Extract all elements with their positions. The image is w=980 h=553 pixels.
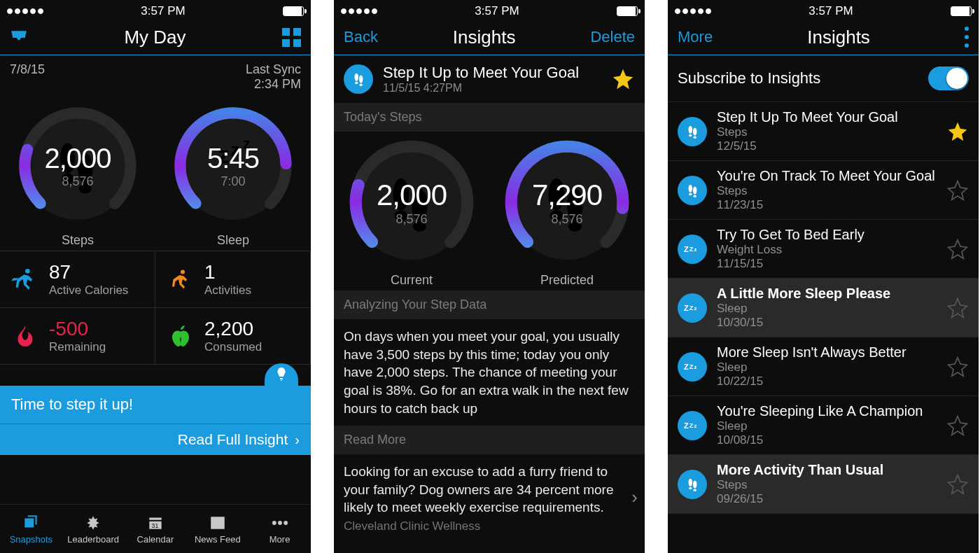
battery-icon — [617, 6, 638, 16]
remaining-value: -500 — [49, 318, 106, 340]
delete-button[interactable]: Delete — [590, 28, 635, 46]
sleep-badge-icon: ZZz — [678, 234, 707, 264]
svg-point-35 — [689, 184, 693, 192]
read-more-link[interactable]: Looking for an excuse to add a furry fri… — [334, 454, 645, 540]
last-sync-label: Last Sync — [246, 62, 301, 77]
insight-list-item[interactable]: ZZzMore Sleep Isn't Always BetterSleep10… — [668, 337, 979, 396]
more-button[interactable]: More — [678, 28, 713, 46]
insight-row-date: 12/5/15 — [717, 139, 937, 153]
screen-insight-detail: 3:57 PM Back Insights Delete Step It Up … — [334, 0, 645, 553]
insight-list-item[interactable]: ZZzA Little More Sleep PleaseSleep10/30/… — [668, 279, 979, 337]
apple-icon — [165, 321, 196, 351]
svg-point-13 — [278, 521, 282, 525]
remaining-label: Remaining — [49, 340, 106, 354]
svg-point-16 — [355, 82, 358, 85]
svg-point-52 — [689, 486, 692, 489]
insight-list-item[interactable]: ZZzTry To Get To Bed EarlyWeight Loss11/… — [668, 220, 979, 279]
insight-row-category: Steps — [717, 184, 937, 198]
subscribe-label: Subscribe to Insights — [678, 69, 820, 88]
battery-icon — [283, 6, 304, 16]
tab-calendar[interactable]: 31Calendar — [125, 505, 187, 553]
insight-row-date: 11/15/15 — [717, 257, 937, 271]
gauge-row: 2,0008,576 Current 7,2908,576 Predicted — [334, 132, 645, 290]
activities-value: 1 — [204, 261, 251, 284]
svg-point-54 — [693, 489, 696, 491]
signal-dots-icon — [675, 8, 711, 14]
svg-text:Z: Z — [684, 245, 689, 253]
consumed-value: 2,200 — [204, 318, 262, 340]
steps-badge-icon — [678, 117, 707, 146]
tab-snapshots[interactable]: Snapshots — [0, 505, 62, 553]
star-icon[interactable] — [946, 179, 969, 202]
activities-cell[interactable]: 1Activities — [155, 251, 311, 308]
svg-point-38 — [693, 195, 696, 197]
star-icon[interactable] — [946, 414, 969, 437]
todays-steps-header: Today's Steps — [334, 103, 645, 132]
analyzing-header: Analyzing Your Step Data — [334, 290, 645, 319]
tab-news-feed[interactable]: News Feed — [186, 505, 248, 553]
menu-dots-icon[interactable] — [965, 27, 969, 48]
date-label: 7/8/15 — [10, 62, 45, 92]
insight-list-item[interactable]: You're On Track To Meet Your GoalSteps11… — [668, 161, 979, 220]
insight-list-item[interactable]: More Activity Than UsualSteps09/26/15 — [668, 455, 979, 514]
last-sync-time: 2:34 PM — [246, 77, 301, 92]
flame-icon — [10, 321, 41, 351]
insight-list-item[interactable]: ZZzYou're Sleeping Like A ChampionSleep1… — [668, 396, 979, 455]
star-icon[interactable] — [946, 356, 969, 378]
active-calories-cell[interactable]: 87Active Calories — [0, 251, 155, 308]
insight-header: Step It Up to Meet Your Goal 11/5/15 4:2… — [334, 55, 645, 103]
insight-timestamp: 11/5/15 4:27PM — [383, 82, 579, 94]
star-icon[interactable] — [946, 473, 969, 496]
remaining-cell[interactable]: -500Remaining — [0, 308, 155, 365]
sleep-gauge[interactable]: zzz 5:457:00 Sleep — [170, 103, 296, 248]
insight-row-category: Weight Loss — [717, 243, 937, 257]
svg-text:Z: Z — [690, 363, 694, 370]
predicted-gauge: 7,2908,576 Predicted — [500, 136, 634, 288]
steps-gauge[interactable]: 2,0008,576 Steps — [15, 103, 141, 248]
tab-more[interactable]: More — [248, 505, 311, 553]
star-icon[interactable] — [946, 238, 969, 260]
status-bar: 3:57 PM — [0, 0, 311, 20]
star-icon[interactable] — [946, 297, 969, 319]
sleep-badge-icon: ZZz — [678, 352, 707, 382]
svg-text:Z: Z — [684, 363, 689, 371]
steps-badge-icon — [678, 470, 707, 499]
svg-text:Z: Z — [684, 304, 689, 312]
steps-label: Steps — [15, 233, 141, 248]
grid-icon[interactable] — [282, 28, 301, 47]
svg-text:z: z — [694, 304, 697, 311]
read-more-text: Looking for an excuse to add a furry fri… — [334, 454, 624, 519]
insight-banner[interactable]: Time to step it up! — [0, 386, 311, 424]
svg-text:z: z — [694, 246, 697, 252]
tab-leaderboard[interactable]: Leaderboard — [62, 505, 125, 553]
svg-point-37 — [693, 186, 697, 194]
svg-point-36 — [689, 192, 692, 195]
lightbulb-icon[interactable] — [265, 363, 298, 386]
read-full-insight-button[interactable]: Read Full Insight› — [0, 424, 311, 455]
inbox-icon[interactable] — [10, 29, 28, 45]
back-button[interactable]: Back — [344, 28, 378, 46]
subscribe-toggle[interactable] — [928, 66, 969, 90]
steps-badge-icon — [344, 64, 373, 94]
svg-point-34 — [693, 136, 696, 139]
analysis-text: On days when you meet your goal, you usu… — [334, 319, 645, 426]
screen-insights-list: 3:57 PM More Insights Subscribe to Insig… — [668, 0, 979, 553]
consumed-cell[interactable]: 2,200Consumed — [155, 308, 311, 365]
insight-title: Step It Up to Meet Your Goal — [383, 64, 579, 82]
gauge-row: 2,0008,576 Steps zzz 5:457:00 Sleep — [0, 99, 311, 251]
insight-row-title: You're On Track To Meet Your Goal — [717, 168, 937, 184]
svg-text:Z: Z — [690, 421, 694, 429]
stats-grid: 87Active Calories 1Activities -500Remain… — [0, 251, 311, 365]
insight-list-item[interactable]: Step It Up To Meet Your GoalSteps12/5/15 — [668, 102, 979, 161]
screen-my-day: 3:57 PM My Day 7/8/15 Last Sync 2:34 PM … — [0, 0, 311, 553]
star-icon[interactable] — [611, 67, 635, 91]
subscribe-row: Subscribe to Insights — [668, 55, 979, 102]
active-calories-value: 87 — [49, 261, 128, 284]
current-goal: 8,576 — [396, 212, 427, 227]
steps-badge-icon — [678, 176, 707, 205]
status-bar: 3:57 PM — [668, 0, 979, 20]
star-icon[interactable] — [946, 120, 969, 143]
nav-bar: Back Insights Delete — [334, 20, 645, 55]
current-label: Current — [345, 273, 478, 288]
page-title: Insights — [807, 27, 870, 48]
